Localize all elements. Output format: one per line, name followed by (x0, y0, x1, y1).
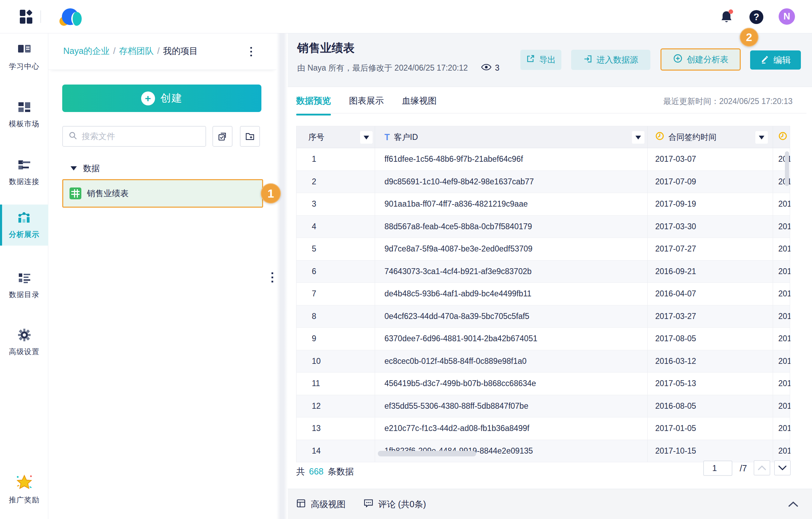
tab-lineage-view[interactable]: 血缘视图 (402, 95, 437, 115)
time-type-icon (778, 131, 787, 143)
sidebar-item-data-connection[interactable]: 数据连接 (0, 158, 48, 186)
sidebar-item-template-market[interactable]: 模板市场 (0, 100, 48, 129)
bottom-bar: 高级视图 评论 (共0条) (288, 489, 812, 519)
enter-datasource-button[interactable]: 进入数据源 (571, 50, 650, 70)
table-cell-no: 6 (297, 261, 375, 283)
table-cell-extra: 201 (773, 193, 790, 215)
table-cell-no: 1 (297, 148, 375, 170)
comments-button[interactable]: 评论 (共0条) (364, 489, 426, 519)
table-cell-cid: ff61dfee-1c56-48b6-9f7b-21abef64c96f (375, 148, 648, 170)
sidebar-item-advanced-settings[interactable]: 高级设置 (0, 328, 48, 357)
table-cell-extra: 201 (773, 283, 790, 305)
table-cell-cid: 74643073-3ca1-4cf4-b921-af3e9c83702b (375, 261, 648, 283)
table-cell-extra: 201 (773, 328, 790, 350)
page-up-button[interactable] (754, 460, 770, 476)
column-header-index: 序号 (297, 126, 375, 148)
tab-data-preview[interactable]: 数据预览 (296, 95, 331, 115)
column-filter-dropdown[interactable] (360, 131, 373, 144)
page-number-input[interactable] (703, 461, 732, 476)
page-subtitle: 由 Naya 所有，最后修改于 2024/06/25 17:20:12 (297, 63, 468, 73)
sidebar-item-label: 学习中心 (9, 62, 40, 71)
data-catalog-icon (17, 271, 32, 286)
create-button[interactable]: + 创建 (62, 85, 261, 112)
export-label: 导出 (539, 54, 556, 65)
table-cell-date: 2017-10-15 (648, 440, 773, 462)
sidebar-item-label: 数据目录 (9, 290, 40, 300)
collapse-chevron-icon[interactable] (787, 499, 799, 509)
comment-bubble-icon (364, 499, 373, 510)
text-type-icon: T (384, 132, 390, 142)
advanced-view-button[interactable]: 高级视图 (296, 489, 346, 519)
panel-resize-gutter[interactable] (276, 33, 288, 519)
caret-down-icon (71, 166, 77, 170)
file-tree-panel: Naya的企业/存档团队/我的项目 + 创建 数据 销售业绩表 (48, 33, 276, 519)
sidebar-item-promotion-rewards[interactable]: 推广奖励 (0, 474, 48, 505)
tab-chart-display[interactable]: 图表展示 (349, 95, 384, 115)
table-cell-no: 8 (297, 305, 375, 328)
advanced-view-label: 高级视图 (311, 498, 346, 510)
breadcrumb-separator: / (157, 46, 160, 56)
comments-label: 评论 (共0条) (378, 498, 426, 510)
table-body: 1ff61dfee-1c56-48b6-9f7b-21abef64c96f201… (297, 148, 790, 462)
panel-drag-handle-icon[interactable] (271, 272, 273, 282)
avatar[interactable]: N (779, 8, 795, 25)
table-cell-no: 9 (297, 328, 375, 350)
table-row: 96370dee7-6d96-4881-9014-2ba42b674051201… (297, 328, 790, 350)
table-row: 10ec8cec0b-012f-4b58-84ff-0c889e98f1a020… (297, 350, 790, 373)
sidebar-item-learning-center[interactable]: 学习中心 (0, 43, 48, 71)
app-grid-icon[interactable] (20, 10, 33, 24)
table-row: 13e210c77c-f1c3-44d2-ad08-fb1b36a8499f20… (297, 417, 790, 440)
template-market-icon (17, 100, 32, 115)
column-filter-dropdown[interactable] (632, 131, 644, 144)
export-button[interactable]: 导出 (520, 50, 561, 70)
create-analysis-label: 创建分析表 (687, 54, 729, 65)
pencil-icon (760, 55, 769, 66)
annotation-badge-2: 2 (740, 28, 758, 47)
annotation-badge-1: 1 (261, 183, 281, 203)
page-down-button[interactable] (774, 460, 791, 476)
table-cell-date: 2017-01-05 (648, 417, 773, 440)
new-folder-button[interactable] (240, 126, 260, 147)
multi-select-button[interactable] (212, 126, 233, 147)
breadcrumb: Naya的企业/存档团队/我的项目 (63, 45, 198, 57)
table-cell-extra: 201 (773, 350, 790, 373)
edit-label: 编辑 (773, 54, 791, 66)
breadcrumb-more-icon[interactable] (245, 44, 257, 59)
search-input[interactable] (82, 131, 196, 141)
eye-icon (481, 63, 492, 73)
edit-button[interactable]: 编辑 (750, 50, 801, 70)
table-cell-cid: ef35dd55-5306-4380-88ff-5db8847f07be (375, 395, 648, 417)
search-icon (68, 131, 78, 142)
column-header-sign-date: 合同签约时间 (648, 126, 773, 148)
tree-group-data[interactable]: 数据 (71, 163, 100, 174)
notification-bell-icon[interactable] (720, 10, 733, 24)
plus-circle-outline-icon (673, 54, 683, 65)
sidebar-item-analysis-display[interactable]: 分析展示 (0, 205, 48, 246)
table-cell-no: 11 (297, 373, 375, 395)
table-cell-no: 3 (297, 193, 375, 215)
breadcrumb-team[interactable]: 存档团队 (119, 46, 154, 56)
spreadsheet-icon (70, 187, 81, 199)
table-cell-extra: 201 (773, 305, 790, 328)
data-table: 序号 T 客户ID 合同签约时间 注 1ff61dfee-1c56-48b6-9… (296, 126, 790, 462)
export-icon (526, 54, 535, 65)
table-row: 59d7ce8a7-5f9a-4087-be3e-2ed0edf53709201… (297, 238, 790, 261)
vertical-scrollbar-thumb[interactable] (785, 151, 789, 186)
table-row: 2d9c85691-1c10-4ef9-8b42-98e1637cab77201… (297, 171, 790, 193)
help-icon[interactable]: ? (749, 10, 763, 24)
breadcrumb-enterprise[interactable]: Naya的企业 (63, 46, 109, 56)
create-analysis-button[interactable]: 创建分析表 (660, 48, 741, 71)
column-filter-dropdown[interactable] (755, 131, 768, 144)
tree-item-sales-table[interactable]: 销售业绩表 (62, 179, 263, 208)
table-cell-no: 10 (297, 350, 375, 373)
table-cell-date: 2017-09-19 (648, 193, 773, 215)
table-cell-date: 2017-05-13 (648, 373, 773, 395)
plus-circle-icon: + (141, 91, 155, 105)
horizontal-scrollbar-thumb[interactable] (378, 451, 476, 456)
table-cell-date: 2016-03-12 (648, 350, 773, 373)
sidebar-item-data-catalog[interactable]: 数据目录 (0, 271, 48, 300)
table-cell-date: 2016-04-07 (648, 283, 773, 305)
topbar-divider (40, 10, 41, 23)
sidebar-item-label: 分析展示 (9, 230, 40, 239)
table-cell-cid: de4b48c5-93b6-4af1-abd9-bc4e4499fb11 (375, 283, 648, 305)
